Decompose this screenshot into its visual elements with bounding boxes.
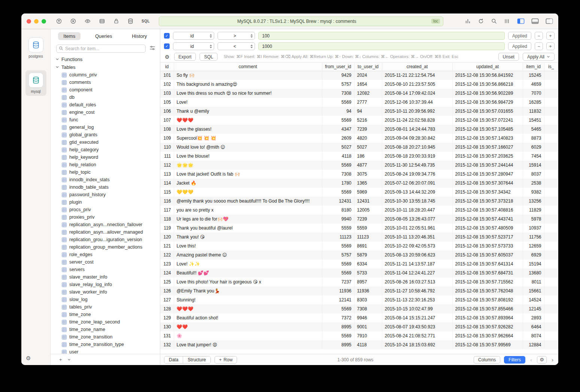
sidebar-table-tables_priv[interactable]: tables_priv <box>51 303 160 311</box>
cell-is_[interactable] <box>544 241 558 250</box>
cell-updated_at[interactable]: 2015-12-08 15:30:57.244144 <box>452 161 523 170</box>
column-header-item_id[interactable]: item_id <box>523 63 544 71</box>
cell-item_id[interactable]: 5978 <box>523 215 544 224</box>
cell-comment[interactable]: Thank u @emily <box>174 107 322 116</box>
cell-comment[interactable]: ❤️❤️❤️ <box>174 116 322 125</box>
zoom-window-button[interactable] <box>42 19 46 24</box>
cell-item_id[interactable]: 6929 <box>523 250 544 259</box>
cell-is_[interactable] <box>544 179 558 188</box>
table-row[interactable]: 112🌟🌟🌟556948772015-11-30 12:54:49.735201… <box>160 161 558 170</box>
cell-id[interactable]: 121 <box>160 241 174 250</box>
columns-view-icon[interactable] <box>504 18 510 24</box>
cell-to_user_id[interactable]: 9001 <box>354 322 382 331</box>
cell-from_user_id[interactable]: 12141 <box>322 295 354 304</box>
cell-comment[interactable]: Stunning! <box>174 295 322 304</box>
cell-created_at[interactable]: 2015-09-04 09:28:30.842 <box>382 134 452 143</box>
cell-comment[interactable]: Love this photo! Your hair is gorgeous 😘… <box>174 277 322 286</box>
table-row[interactable]: 101So fly 🙌🏻942920242015-11-21 22:12:54.… <box>160 71 558 80</box>
cell-item_id[interactable]: 7454 <box>523 152 544 161</box>
cell-from_user_id[interactable]: 7308 <box>322 89 354 98</box>
cell-to_user_id[interactable]: 7910 <box>354 331 382 340</box>
refresh-icon[interactable] <box>478 18 484 24</box>
cell-created_at[interactable]: 2015-11-27 10:58:46.792 <box>382 286 452 295</box>
cell-is_[interactable] <box>544 125 558 134</box>
cell-updated_at[interactable]: 2015-12-08 15:30:57.280947 <box>452 170 523 179</box>
cell-comment[interactable]: Love the blouse! <box>174 152 322 161</box>
sidebar-table-func[interactable]: func <box>51 116 160 124</box>
database-icon[interactable] <box>127 18 134 24</box>
sidebar-table-innodb_table_stats[interactable]: innodb_table_stats <box>51 183 160 191</box>
cell-is_[interactable] <box>544 224 558 233</box>
toggle-bottom-panel-icon[interactable] <box>531 18 539 24</box>
grid-settings-gear-icon[interactable]: ⚙ <box>537 356 547 364</box>
table-row[interactable]: 124Beautiful!! 💕💕556957332015-11-04 12:2… <box>160 268 558 277</box>
cell-to_user_id[interactable]: 8691 <box>354 241 382 250</box>
table-row[interactable]: 131🌸556979102015-08-24 21:08:52.7712015-… <box>160 331 558 340</box>
cell-is_[interactable] <box>544 71 558 80</box>
sidebar-table-gtid_executed[interactable]: gtid_executed <box>51 139 160 146</box>
filter-settings-gear-icon[interactable]: ⚙ <box>164 54 170 60</box>
cell-item_id[interactable]: 8011 <box>523 277 544 286</box>
remove-filter-button[interactable]: − <box>535 32 543 40</box>
filters-button[interactable]: Filters <box>504 356 525 364</box>
cell-item_id[interactable]: 10937 <box>523 224 544 233</box>
cell-created_at[interactable]: 2015-10-11 20:39:56.992 <box>382 107 452 116</box>
cell-from_user_id[interactable]: 5569 <box>322 259 354 268</box>
rail-settings-gear-icon[interactable]: ⚙ <box>26 355 31 362</box>
cell-updated_at[interactable]: 2015-12-08 15:30:57.641314 <box>452 259 523 268</box>
table-row[interactable]: 114Jacket 🔥178013652015-07-12 06:20:07.0… <box>160 179 558 188</box>
sidebar-table-procs_priv[interactable]: procs_priv <box>51 206 160 213</box>
cell-created_at[interactable]: 2015-11-13 22:30:16.253 <box>382 295 452 304</box>
table-row[interactable]: 111Love the blouse!41181862015-08-18 23:… <box>160 152 558 161</box>
add-filter-button[interactable]: + <box>546 32 555 40</box>
columns-button[interactable]: Columns <box>474 356 500 364</box>
table-row[interactable]: 113Love that jacket! Outfit is fab 🙌🏻730… <box>160 170 558 179</box>
cell-id[interactable]: 118 <box>160 215 174 224</box>
table-row[interactable]: 103Love this dress so much 😍 so nice for… <box>160 89 558 98</box>
cell-from_user_id[interactable]: 5569 <box>322 116 354 125</box>
cell-item_id[interactable]: 8873 <box>523 134 544 143</box>
filter-value-input[interactable] <box>258 42 505 50</box>
cell-to_user_id[interactable]: 5733 <box>354 268 382 277</box>
cell-to_user_id[interactable]: 94 <box>354 107 382 116</box>
table-row[interactable]: 105Love!556927772015-12-06 10:37:39.4420… <box>160 98 558 107</box>
cell-updated_at[interactable]: 2015-12-08 15:30:57.072241 <box>452 116 523 125</box>
cell-from_user_id[interactable]: 5027 <box>322 143 354 152</box>
cell-id[interactable]: 129 <box>160 313 174 322</box>
cell-item_id[interactable]: 15245 <box>523 71 544 80</box>
table-row[interactable]: 121Love this!556986912015-10-22 09:42:05… <box>160 241 558 250</box>
cell-id[interactable]: 105 <box>160 98 174 107</box>
cell-is_[interactable] <box>544 170 558 179</box>
cell-id[interactable]: 119 <box>160 224 174 233</box>
cell-created_at[interactable]: 2015-08-14 17:09:42.024 <box>382 89 452 98</box>
sidebar-table-password_history[interactable]: password_history <box>51 191 160 198</box>
cell-created_at[interactable]: 2015-10-15 10:02:47.99 <box>382 304 452 313</box>
table-row[interactable]: 129Beautiful action shot!737299462015-08… <box>160 313 558 322</box>
sidebar-table-columns_priv[interactable]: columns_priv <box>51 71 160 79</box>
cell-created_at[interactable]: 2015-08-05 13:26:43.077 <box>382 215 452 224</box>
cell-to_user_id[interactable]: 2024 <box>354 71 382 80</box>
cell-id[interactable]: 114 <box>160 179 174 188</box>
cell-from_user_id[interactable]: 8995 <box>322 340 354 349</box>
table-row[interactable]: 117you are so pretty x8180120052015-10-1… <box>160 206 558 215</box>
cell-from_user_id[interactable]: 2609 <box>322 134 354 143</box>
cell-from_user_id[interactable]: 5757 <box>322 80 354 89</box>
close-window-button[interactable] <box>27 19 31 24</box>
cell-from_user_id[interactable]: 4347 <box>322 125 354 134</box>
cell-from_user_id[interactable]: 5569 <box>322 188 354 197</box>
sidebar-table-slave_master_info[interactable]: slave_master_info <box>51 273 160 281</box>
add-filter-button[interactable]: + <box>546 42 555 50</box>
cell-item_id[interactable]: 15914 <box>523 161 544 170</box>
cell-is_[interactable] <box>544 80 558 89</box>
cell-updated_at[interactable]: 2015-12-08 15:30:57.373218 <box>452 197 523 206</box>
cell-updated_at[interactable]: 2015-12-08 15:30:57.684731 <box>452 268 523 277</box>
chart-icon[interactable] <box>465 18 471 24</box>
sidebar-table-comments[interactable]: comments <box>51 79 160 86</box>
column-header-updated_at[interactable]: updated_at <box>452 63 523 71</box>
sidebar-table-help_relation[interactable]: help_relation <box>51 161 160 168</box>
filter-sliders-icon[interactable] <box>149 45 155 52</box>
cell-to_user_id[interactable]: 3075 <box>354 170 382 179</box>
filter-enabled-checkbox[interactable] <box>164 33 170 39</box>
cell-updated_at[interactable]: 2015-12-08 15:30:57.443741 <box>452 215 523 224</box>
cell-id[interactable]: 107 <box>160 116 174 125</box>
